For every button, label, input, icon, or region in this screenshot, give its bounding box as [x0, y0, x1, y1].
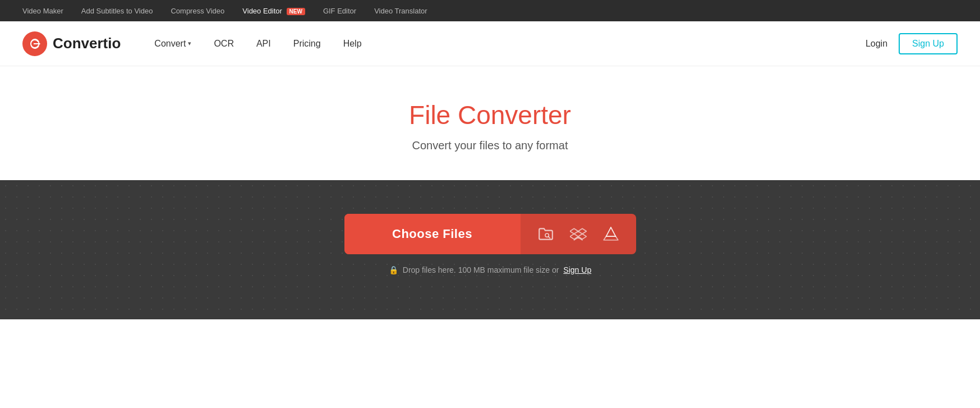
svg-line-2: [548, 237, 550, 239]
main-nav: Convert ▾ OCR API Pricing Help: [154, 39, 866, 49]
logo-text: Convertio: [53, 35, 121, 52]
nav-item-api[interactable]: API: [256, 39, 271, 49]
hero-subtitle: Convert your files to any format: [11, 139, 969, 152]
topbar-item-video-translator[interactable]: Video Translator: [374, 7, 427, 15]
nav-item-convert[interactable]: Convert ▾: [154, 39, 191, 49]
folder-search-icon: [537, 226, 554, 242]
drop-info-text: Drop files here. 100 MB maximum file siz…: [403, 265, 559, 274]
google-drive-icon: [602, 226, 619, 242]
logo-link[interactable]: Convertio: [22, 31, 121, 56]
choose-files-button[interactable]: Choose Files: [344, 214, 521, 254]
topbar-item-gif-editor[interactable]: GIF Editor: [323, 7, 356, 15]
nav-item-help[interactable]: Help: [343, 39, 362, 49]
upload-section: Choose Files: [0, 180, 980, 319]
hero-section: File Converter Convert your files to any…: [0, 66, 980, 180]
dropbox-icon: [570, 226, 587, 242]
dropbox-icon-button[interactable]: [562, 214, 595, 254]
nav-item-pricing[interactable]: Pricing: [293, 39, 321, 49]
top-bar: Video Maker Add Subtitles to Video Compr…: [0, 0, 980, 21]
topbar-item-add-subtitles[interactable]: Add Subtitles to Video: [81, 7, 153, 15]
browse-files-icon-button[interactable]: [530, 214, 562, 254]
drop-signup-link[interactable]: Sign Up: [563, 265, 591, 274]
google-drive-icon-button[interactable]: [595, 214, 627, 254]
topbar-item-video-editor[interactable]: Video Editor NEW: [242, 7, 305, 15]
signup-button[interactable]: Sign Up: [899, 33, 958, 54]
main-header: Convertio Convert ▾ OCR API Pricing Help…: [0, 21, 980, 66]
login-button[interactable]: Login: [866, 39, 887, 49]
logo-icon: [22, 31, 47, 56]
drop-info: 🔒 Drop files here. 100 MB maximum file s…: [389, 265, 591, 274]
upload-area[interactable]: Choose Files: [344, 214, 636, 254]
topbar-item-video-maker[interactable]: Video Maker: [22, 7, 63, 15]
hero-title: File Converter: [11, 100, 969, 130]
chevron-down-icon: ▾: [188, 40, 191, 47]
upload-icons-group: [521, 214, 636, 254]
nav-item-ocr[interactable]: OCR: [214, 39, 234, 49]
lock-icon: 🔒: [389, 265, 398, 274]
header-actions: Login Sign Up: [866, 33, 958, 54]
new-badge: NEW: [287, 8, 305, 15]
topbar-item-compress-video[interactable]: Compress Video: [171, 7, 224, 15]
